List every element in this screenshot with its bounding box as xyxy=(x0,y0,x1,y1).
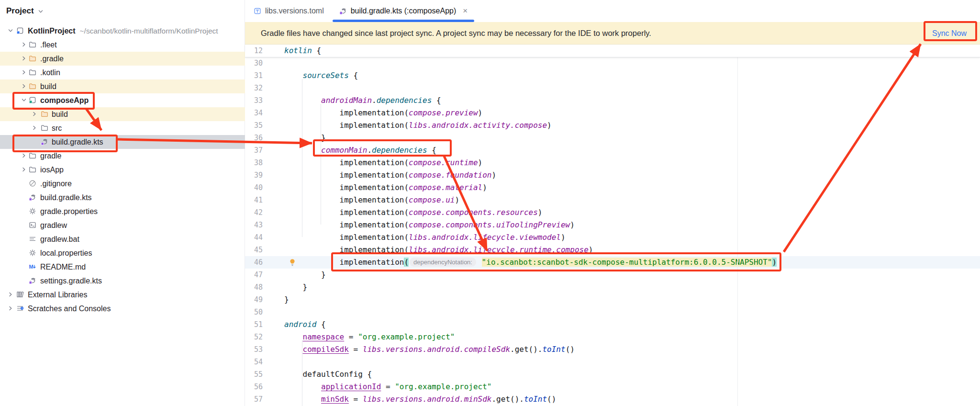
tree-item-label: gradle xyxy=(40,149,61,163)
code-line-55[interactable]: 55 defaultConfig { xyxy=(245,368,980,381)
sticky-line-12[interactable]: 12kotlin { xyxy=(245,45,980,57)
code-text: } xyxy=(284,269,326,281)
editor-tab-bar: libs.versions.toml build.gradle.kts (:co… xyxy=(245,0,980,22)
code-text: implementation(compose.runtime) xyxy=(284,157,482,169)
code-line-50[interactable]: 50 xyxy=(245,306,980,318)
tab-libs-versions-toml[interactable]: libs.versions.toml xyxy=(246,0,332,22)
tree-item-composeapp[interactable]: composeApp xyxy=(0,93,245,107)
code-line-35[interactable]: 35 implementation(libs.androidx.activity… xyxy=(245,119,980,132)
tree-item-gradlew[interactable]: gradlew xyxy=(0,218,245,232)
code-text: minSdk = libs.versions.android.minSdk.ge… xyxy=(284,393,556,406)
chevron-down-icon xyxy=(37,8,45,15)
toml-file-icon xyxy=(254,7,261,15)
tree-item-build-gradle-kts[interactable]: build.gradle.kts xyxy=(0,135,245,149)
line-number: 57 xyxy=(245,393,263,406)
tree-item-build[interactable]: build xyxy=(0,107,245,121)
tree-item-iosapp[interactable]: iosApp xyxy=(0,163,245,177)
code-text: applicationId = "org.example.project" xyxy=(284,381,492,393)
code-line-39[interactable]: 39 implementation(compose.foundation) xyxy=(245,169,980,181)
code-line-41[interactable]: 41 implementation(compose.ui) xyxy=(245,194,980,206)
tree-item-gradle[interactable]: gradle xyxy=(0,149,245,163)
chevron-right-icon[interactable] xyxy=(31,124,38,132)
code-line-32[interactable]: 32 xyxy=(245,82,980,94)
gradle-sync-banner: Gradle files have changed since last pro… xyxy=(245,22,980,45)
tree-item--gitignore[interactable]: .gitignore xyxy=(0,177,245,191)
tree-item-local-properties[interactable]: local.properties xyxy=(0,246,245,260)
tree-item-label: External Libraries xyxy=(28,288,88,302)
project-panel-header[interactable]: Project xyxy=(6,4,45,18)
chevron-right-icon[interactable] xyxy=(20,68,28,76)
code-text: implementation(compose.preview) xyxy=(284,107,482,119)
chevron-right-icon[interactable] xyxy=(20,41,28,48)
code-text: implementation(libs.androidx.activity.co… xyxy=(284,119,552,132)
code-line-36[interactable]: 36 } xyxy=(245,132,980,144)
code-line-33[interactable]: 33 androidMain.dependencies { xyxy=(245,94,980,107)
tree-item-build-gradle-kts[interactable]: build.gradle.kts xyxy=(0,191,245,204)
code-text: implementation(compose.ui) xyxy=(284,194,459,206)
tree-item-src[interactable]: src xyxy=(0,121,245,135)
tree-item-label: .gradle xyxy=(40,52,64,66)
line-number: 35 xyxy=(245,119,263,132)
chevron-right-icon[interactable] xyxy=(20,166,28,173)
code-line-52[interactable]: 52 namespace = "org.example.project" xyxy=(245,331,980,343)
code-line-54[interactable]: 54 xyxy=(245,356,980,368)
tree-item--gradle[interactable]: .gradle xyxy=(0,52,245,66)
tree-item-scratches-and-consoles[interactable]: Scratches and Consoles xyxy=(0,302,245,316)
code-line-44[interactable]: 44 implementation(libs.androidx.lifecycl… xyxy=(245,231,980,244)
code-text: implementation(libs.androidx.lifecycle.v… xyxy=(284,231,566,244)
tree-item--fleet[interactable]: .fleet xyxy=(0,38,245,52)
tree-item-readme-md[interactable]: MREADME.md xyxy=(0,260,245,274)
gradle-sync-banner-message: Gradle files have changed since last pro… xyxy=(261,29,651,38)
line-number: 42 xyxy=(245,206,263,219)
chevron-right-icon[interactable] xyxy=(7,304,14,312)
code-line-42[interactable]: 42 implementation(compose.components.res… xyxy=(245,206,980,219)
code-line-51[interactable]: 51android { xyxy=(245,318,980,331)
sync-now-button[interactable]: Sync Now xyxy=(932,22,967,45)
code-line-47[interactable]: 47 } xyxy=(245,269,980,281)
code-line-38[interactable]: 38 implementation(compose.runtime) xyxy=(245,157,980,169)
line-number: 40 xyxy=(245,181,263,194)
project-panel-title: Project xyxy=(6,6,34,16)
tree-item-external-libraries[interactable]: External Libraries xyxy=(0,288,245,302)
tree-item-settings-gradle-kts[interactable]: settings.gradle.kts xyxy=(0,274,245,288)
line-number: 30 xyxy=(245,57,263,69)
code-line-34[interactable]: 34 implementation(compose.preview) xyxy=(245,107,980,119)
line-number: 47 xyxy=(245,269,263,281)
tree-item--kotlin[interactable]: .kotlin xyxy=(0,66,245,79)
line-number: 51 xyxy=(245,318,263,331)
code-line-57[interactable]: 57 minSdk = libs.versions.android.minSdk… xyxy=(245,393,980,406)
code-line-53[interactable]: 53 compileSdk = libs.versions.android.co… xyxy=(245,343,980,356)
code-line-43[interactable]: 43 implementation(compose.components.uiT… xyxy=(245,219,980,231)
tab-build-gradle-kts-composeapp[interactable]: build.gradle.kts (:composeApp) × xyxy=(332,0,476,22)
chevron-down-icon[interactable] xyxy=(7,27,14,34)
code-line-56[interactable]: 56 applicationId = "org.example.project" xyxy=(245,381,980,393)
code-line-48[interactable]: 48 } xyxy=(245,281,980,293)
code-line-31[interactable]: 31 sourceSets { xyxy=(245,69,980,82)
chevron-right-icon[interactable] xyxy=(7,291,14,298)
code-text: } xyxy=(284,281,307,293)
chevron-right-icon[interactable] xyxy=(20,82,28,90)
code-line-45[interactable]: 45 implementation(libs.androidx.lifecycl… xyxy=(245,244,980,256)
line-number: 39 xyxy=(245,169,263,181)
textfile-icon xyxy=(29,235,36,243)
tree-item-kotlinproject[interactable]: KotlinProject~/scanbot/kotlin-multiflatf… xyxy=(0,24,245,38)
code-line-46[interactable]: 46 implementation(dependencyNotation: "i… xyxy=(245,256,980,269)
tab-label: build.gradle.kts (:composeApp) xyxy=(351,7,457,15)
code-line-30[interactable]: 30 xyxy=(245,57,980,69)
ignored-icon xyxy=(29,180,36,187)
code-line-49[interactable]: 49} xyxy=(245,293,980,306)
code-text: androidMain.dependencies { xyxy=(284,94,441,107)
tree-item-build[interactable]: build xyxy=(0,79,245,93)
close-icon[interactable]: × xyxy=(463,6,468,16)
chevron-right-icon[interactable] xyxy=(31,110,38,118)
chevron-right-icon[interactable] xyxy=(20,152,28,159)
editor-area[interactable]: libs.versions.toml build.gradle.kts (:co… xyxy=(245,0,980,406)
tree-item-gradle-properties[interactable]: gradle.properties xyxy=(0,204,245,218)
chevron-down-icon[interactable] xyxy=(20,96,28,104)
gear-icon xyxy=(29,207,36,215)
code-text: } xyxy=(284,132,326,144)
tree-item-gradlew-bat[interactable]: gradlew.bat xyxy=(0,232,245,246)
code-line-37[interactable]: 37 commonMain.dependencies { xyxy=(245,144,980,157)
chevron-right-icon[interactable] xyxy=(20,55,28,62)
code-line-40[interactable]: 40 implementation(compose.material) xyxy=(245,181,980,194)
